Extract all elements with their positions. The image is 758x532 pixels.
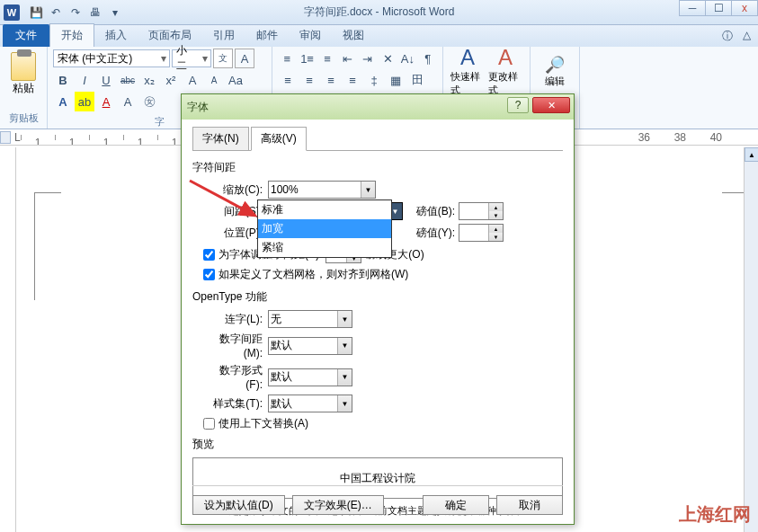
shading-icon[interactable]: ▦: [386, 70, 406, 90]
dialog-help-button[interactable]: ?: [507, 97, 529, 113]
ligatures-value: 无: [271, 312, 281, 327]
strikethrough-button[interactable]: abc: [118, 70, 138, 90]
ok-button[interactable]: 确定: [423, 495, 489, 515]
ligatures-combo[interactable]: 无▼: [268, 310, 352, 328]
position-by-spinner[interactable]: ▲▼: [459, 224, 504, 242]
scale-combo[interactable]: 100% ▼: [268, 181, 376, 199]
enclose-char-icon[interactable]: ㊛: [139, 92, 159, 111]
chevron-down-icon[interactable]: ▼: [337, 369, 352, 386]
spin-down-icon[interactable]: ▼: [488, 233, 503, 241]
help-icon[interactable]: ⓘ: [722, 29, 733, 44]
tab-advanced[interactable]: 高级(V): [251, 127, 307, 151]
change-styles-icon: A: [498, 45, 513, 70]
ligatures-label: 连字(L):: [203, 312, 263, 327]
decrease-indent-icon[interactable]: ⇤: [338, 49, 356, 68]
change-styles-button[interactable]: A 更改样式: [486, 49, 524, 93]
quickprint-icon[interactable]: 🖶: [86, 4, 104, 22]
character-border-icon[interactable]: A: [235, 49, 254, 68]
font-size-select[interactable]: 小二: [172, 49, 211, 67]
quick-styles-button[interactable]: A 快速样式: [449, 49, 486, 93]
line-spacing-icon[interactable]: ‡: [364, 70, 384, 90]
maximize-button[interactable]: ☐: [705, 0, 732, 16]
font-name-select[interactable]: 宋体 (中文正文): [53, 49, 170, 67]
titlebar: W 💾 ↶ ↷ 🖶 ▾ 字符间距.docx - Microsoft Word ─…: [0, 0, 758, 25]
asian-layout-icon[interactable]: ✕: [379, 49, 397, 68]
subscript-button[interactable]: x₂: [139, 70, 159, 90]
group-clipboard: 粘贴 剪贴板: [0, 47, 48, 129]
minimize-button[interactable]: ─: [679, 0, 706, 16]
dropdown-item-standard[interactable]: 标准: [258, 200, 391, 219]
tab-review[interactable]: 审阅: [289, 24, 332, 47]
char-shading-icon[interactable]: A: [118, 92, 138, 111]
tab-font[interactable]: 字体(N): [192, 127, 249, 151]
find-icon: 🔎: [545, 55, 565, 75]
styleset-label: 样式集(T):: [203, 396, 263, 412]
spacing-dropdown-list: 标准 加宽 紧缩: [257, 200, 392, 258]
chevron-down-icon[interactable]: ▼: [361, 182, 375, 198]
snap-grid-checkbox[interactable]: [203, 269, 215, 280]
chevron-down-icon[interactable]: ▼: [337, 338, 352, 354]
cancel-button[interactable]: 取消: [496, 495, 563, 515]
align-center-icon[interactable]: ≡: [299, 70, 319, 90]
dialog-titlebar[interactable]: 字体 ? ✕: [182, 94, 574, 120]
pilcrow-icon[interactable]: ¶: [419, 49, 437, 68]
dropdown-item-condensed[interactable]: 紧缩: [258, 238, 391, 257]
ruler-mark: 1: [123, 135, 157, 140]
spacing-by-label: 磅值(B):: [406, 204, 455, 219]
align-right-icon[interactable]: ≡: [321, 70, 341, 90]
sort-icon[interactable]: A↓: [398, 49, 416, 68]
align-left-icon[interactable]: ≡: [278, 70, 298, 90]
tab-mailings[interactable]: 邮件: [245, 24, 289, 47]
undo-icon[interactable]: ↶: [47, 4, 65, 22]
spin-up-icon[interactable]: ▲: [488, 203, 503, 211]
text-effects-icon[interactable]: A: [53, 92, 73, 111]
dialog-close-button[interactable]: ✕: [532, 97, 570, 113]
multilevel-icon[interactable]: ≡: [318, 49, 336, 68]
kerning-checkbox[interactable]: [203, 249, 215, 261]
bold-button[interactable]: B: [53, 70, 73, 90]
spacing-by-spinner[interactable]: ▲▼: [459, 202, 504, 220]
font-name-value: 宋体 (中文正文): [58, 51, 132, 66]
bullets-icon[interactable]: ≡: [278, 49, 296, 68]
qat-dropdown-icon[interactable]: ▾: [106, 4, 124, 22]
text-effects-button[interactable]: 文字效果(E)…: [292, 495, 384, 515]
chevron-down-icon[interactable]: ▼: [337, 395, 352, 412]
dropdown-item-expanded[interactable]: 加宽: [258, 219, 391, 238]
styleset-value: 默认: [271, 396, 292, 412]
font-color-icon[interactable]: A: [96, 92, 116, 111]
editing-button[interactable]: 🔎 编辑: [536, 49, 574, 93]
shrink-font-button[interactable]: A: [204, 70, 224, 90]
redo-icon[interactable]: ↷: [67, 4, 85, 22]
tab-references[interactable]: 引用: [202, 24, 245, 47]
collapse-ribbon-icon[interactable]: △: [743, 29, 751, 41]
change-case-button[interactable]: Aa: [226, 70, 245, 90]
tab-insert[interactable]: 插入: [94, 24, 138, 47]
borders-icon[interactable]: 田: [407, 70, 427, 90]
underline-button[interactable]: U: [96, 70, 116, 90]
scroll-up-button[interactable]: ▲: [745, 147, 758, 162]
phonetic-guide-icon[interactable]: 文: [213, 49, 233, 68]
spin-down-icon[interactable]: ▼: [488, 211, 503, 219]
vertical-scrollbar[interactable]: ▲: [744, 147, 758, 532]
file-tab[interactable]: 文件: [3, 24, 49, 47]
numspacing-combo[interactable]: 默认▼: [268, 337, 352, 355]
char-spacing-section: 字符间距: [192, 160, 563, 175]
set-default-button[interactable]: 设为默认值(D): [192, 495, 285, 515]
spin-up-icon[interactable]: ▲: [488, 225, 503, 233]
styleset-combo[interactable]: 默认▼: [268, 395, 352, 412]
tab-view[interactable]: 视图: [332, 24, 375, 47]
justify-icon[interactable]: ≡: [343, 70, 362, 90]
highlight-icon[interactable]: ab: [75, 92, 94, 111]
context-alt-checkbox[interactable]: [203, 418, 215, 430]
paste-button[interactable]: 粘贴: [5, 49, 41, 100]
italic-button[interactable]: I: [75, 70, 94, 90]
chevron-down-icon[interactable]: ▼: [337, 311, 352, 327]
vertical-ruler[interactable]: [0, 147, 16, 532]
opentype-section: OpenType 功能: [192, 289, 563, 305]
save-icon[interactable]: 💾: [27, 4, 45, 22]
increase-indent-icon[interactable]: ⇥: [359, 49, 377, 68]
tab-home[interactable]: 开始: [49, 23, 94, 47]
close-button[interactable]: x: [731, 0, 758, 16]
numforms-combo[interactable]: 默认▼: [268, 368, 352, 386]
numbering-icon[interactable]: 1≡: [298, 49, 316, 68]
